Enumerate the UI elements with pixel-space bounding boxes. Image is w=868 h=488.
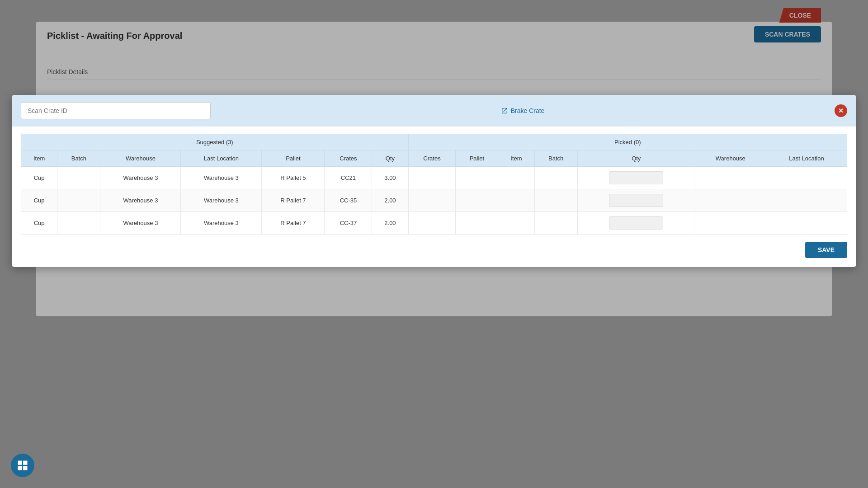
bottom-grid-icon[interactable] [11,454,34,477]
scan-crate-input[interactable] [21,102,211,119]
col-picked-pallet: Pallet [456,150,498,167]
brake-crate-link[interactable]: Brake Crate [501,107,545,114]
cell-picked-pallet [456,189,498,212]
cell-last-location: Warehouse 3 [181,167,262,189]
cell-crates: CC21 [325,167,372,189]
col-pallet: Pallet [262,150,325,167]
save-button[interactable]: SAVE [805,242,847,258]
cell-picked-last-location [766,212,847,235]
col-last-location: Last Location [181,150,262,167]
modal-overlay: Brake Crate ✕ Suggested (3) Picked (0) I… [0,0,868,488]
cell-picked-crates [408,212,456,235]
cell-picked-batch [534,212,577,235]
col-picked-item: Item [498,150,534,167]
cell-picked-last-location [766,189,847,212]
scan-crate-table: Suggested (3) Picked (0) Item Batch Ware… [21,134,847,235]
grid-icon [16,459,29,472]
cell-last-location: Warehouse 3 [181,212,262,235]
col-item: Item [21,150,57,167]
picked-header: Picked (0) [408,134,847,150]
cell-picked-batch [534,189,577,212]
brake-crate-label: Brake Crate [511,107,545,114]
cell-warehouse: Warehouse 3 [100,212,181,235]
cell-picked-qty [577,212,695,235]
cell-warehouse: Warehouse 3 [100,189,181,212]
col-qty: Qty [372,150,408,167]
cell-picked-batch [534,167,577,189]
cell-qty: 2.00 [372,212,408,235]
cell-picked-warehouse [695,167,766,189]
cell-batch [57,212,100,235]
picked-qty-input[interactable] [609,216,663,230]
col-picked-last-location: Last Location [766,150,847,167]
cell-item: Cup [21,189,57,212]
cell-pallet: R Pallet 7 [262,212,325,235]
col-crates: Crates [325,150,372,167]
cell-batch [57,167,100,189]
cell-pallet: R Pallet 5 [262,167,325,189]
col-warehouse: Warehouse [100,150,181,167]
cell-item: Cup [21,167,57,189]
table-row: CupWarehouse 3Warehouse 3R Pallet 5CC213… [21,167,847,189]
cell-picked-last-location [766,167,847,189]
cell-pallet: R Pallet 7 [262,189,325,212]
cell-warehouse: Warehouse 3 [100,167,181,189]
cell-picked-item [498,212,534,235]
cell-picked-crates [408,189,456,212]
cell-picked-qty [577,189,695,212]
cell-picked-qty [577,167,695,189]
col-picked-warehouse: Warehouse [695,150,766,167]
modal-footer: SAVE [21,242,847,258]
table-row: CupWarehouse 3Warehouse 3R Pallet 7CC-35… [21,189,847,212]
cell-picked-item [498,189,534,212]
scan-crate-modal: Brake Crate ✕ Suggested (3) Picked (0) I… [12,95,856,267]
cell-batch [57,189,100,212]
cell-picked-crates [408,167,456,189]
cell-picked-warehouse [695,189,766,212]
cell-item: Cup [21,212,57,235]
cell-picked-item [498,167,534,189]
modal-header: Brake Crate ✕ [12,95,856,127]
cell-crates: CC-35 [325,189,372,212]
picked-qty-input[interactable] [609,194,663,207]
external-link-icon [501,107,508,114]
cell-qty: 2.00 [372,189,408,212]
col-picked-crates: Crates [408,150,456,167]
picked-qty-input[interactable] [609,171,663,184]
cell-last-location: Warehouse 3 [181,189,262,212]
cell-picked-pallet [456,212,498,235]
suggested-header: Suggested (3) [21,134,409,150]
col-picked-batch: Batch [534,150,577,167]
modal-close-button[interactable]: ✕ [835,104,847,117]
col-batch: Batch [57,150,100,167]
cell-qty: 3.00 [372,167,408,189]
cell-picked-pallet [456,167,498,189]
col-picked-qty: Qty [577,150,695,167]
cell-picked-warehouse [695,212,766,235]
table-row: CupWarehouse 3Warehouse 3R Pallet 7CC-37… [21,212,847,235]
cell-crates: CC-37 [325,212,372,235]
